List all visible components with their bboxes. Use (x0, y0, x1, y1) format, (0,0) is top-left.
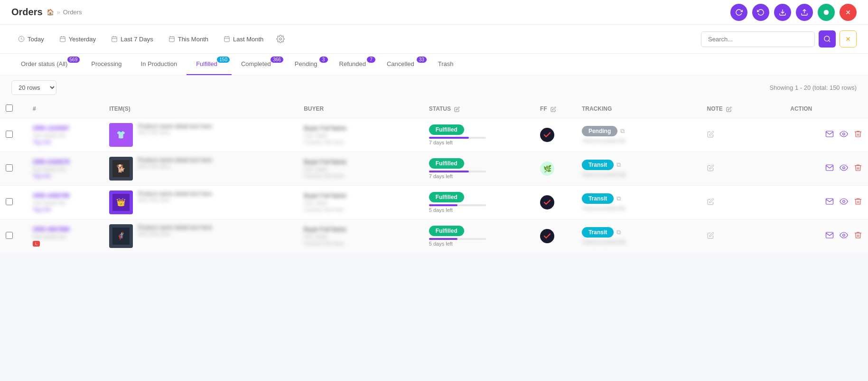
row4-delete-icon[interactable] (854, 231, 862, 241)
row3-item-details: Product name detail text here SKU info h… (138, 190, 212, 203)
row3-order-meta: Sub detail info (33, 200, 98, 206)
filter-thismonth-button[interactable]: This Month (162, 32, 215, 47)
row3-item-sku: SKU info here (138, 197, 212, 203)
upload-button[interactable] (796, 4, 813, 21)
search-input[interactable] (701, 31, 815, 47)
row4-product-image: 🦸 (109, 224, 133, 248)
row2-mail-icon[interactable] (825, 163, 834, 174)
row1-product-image: 👕 (109, 123, 133, 147)
row1-actions (790, 130, 862, 140)
clock-icon (18, 36, 25, 42)
row2-note-cell (701, 152, 785, 186)
active-button[interactable] (818, 4, 835, 21)
row4-note-edit-icon[interactable] (707, 233, 714, 240)
row1-checkbox[interactable] (6, 131, 13, 138)
sync-up-button[interactable] (730, 4, 747, 21)
tab-refunded[interactable]: Refunded 7 (330, 54, 377, 75)
select-all-checkbox[interactable] (6, 105, 13, 112)
search-button[interactable] (819, 30, 836, 48)
row3-copy-icon[interactable]: ⧉ (616, 195, 621, 202)
row1-delete-icon[interactable] (854, 130, 862, 140)
row3-tracking-badge: Transit (582, 193, 614, 204)
tab-all-label: Order status (All) (21, 60, 67, 67)
row2-buyer-address: City, State (304, 166, 418, 172)
download-button[interactable] (774, 4, 791, 21)
row1-buyer-cell: Buyer Full Name City, State Country info… (298, 118, 423, 152)
status-tabs: Order status (All) 569 Processing In Pro… (0, 54, 868, 76)
svg-text:🦸: 🦸 (116, 231, 126, 240)
breadcrumb-sep: » (57, 9, 60, 16)
row2-item-name: Product name detail text here (138, 157, 212, 163)
row3-actions (790, 197, 862, 208)
row1-note-edit-icon[interactable] (707, 132, 714, 139)
row1-status-badge: Fulfilled (429, 124, 464, 135)
tab-completed-label: Completed (241, 60, 271, 67)
row4-checkbox[interactable] (6, 232, 13, 239)
row2-delete-icon[interactable] (854, 163, 862, 174)
row2-item-cell: 🐕 Product name detail text here SKU info… (103, 152, 298, 186)
filter-yesterday-button[interactable]: Yesterday (53, 32, 103, 47)
row4-buyer-cell: Buyer Full Name City, State Country info… (298, 219, 423, 253)
row4-tracking-cell: Transit ⧉ TRACK123456789 (576, 219, 701, 253)
row4-progress-bar-wrap (429, 238, 486, 240)
row2-days-left: 7 days left (429, 173, 529, 179)
row4-mail-icon[interactable] (825, 231, 834, 241)
row4-order-meta: Sub detail info (33, 234, 98, 239)
tab-cancelled[interactable]: Cancelled 33 (377, 54, 429, 75)
svg-point-32 (843, 167, 845, 169)
row3-view-icon[interactable] (840, 197, 848, 208)
filter-lastmonth-button[interactable]: Last Month (217, 32, 270, 47)
sync-down-button[interactable] (752, 4, 769, 21)
row4-note-cell (701, 219, 785, 253)
breadcrumb: 🏠 » Orders (47, 9, 82, 16)
row1-action-cell (784, 118, 868, 152)
row2-product-img-svg: 🐕 (112, 160, 130, 177)
tab-cancelled-badge: 33 (417, 57, 427, 63)
row3-buyer-cell: Buyer Full Name City, State Country info… (298, 186, 423, 219)
row4-view-icon[interactable] (840, 231, 848, 241)
row1-copy-icon[interactable]: ⧉ (620, 127, 625, 135)
row1-view-icon[interactable] (840, 130, 848, 140)
row4-copy-icon[interactable]: ⧉ (616, 229, 621, 236)
table-toolbar: 20 rows 50 rows 100 rows Showing 1 - 20 … (0, 76, 868, 100)
row3-delete-icon[interactable] (854, 197, 862, 208)
tab-completed[interactable]: Completed 366 (232, 54, 285, 75)
row2-tracking-wrap: Transit ⧉ (582, 160, 696, 170)
tab-processing[interactable]: Processing (82, 54, 131, 75)
row1-product-img-svg: 👕 (112, 126, 130, 143)
row2-progress-bar-wrap (429, 171, 486, 172)
row1-item-name: Product name detail text here (138, 123, 212, 130)
tab-inproduction-label: In Production (141, 60, 177, 67)
page-title: Orders (11, 7, 43, 18)
row2-product-image: 🐕 (109, 157, 133, 181)
row1-tracking-wrap: Pending ⧉ (582, 126, 696, 136)
tab-trash[interactable]: Trash (429, 54, 463, 75)
row1-ff-cell (534, 118, 576, 152)
filter-last7days-button[interactable]: Last 7 Days (104, 32, 160, 47)
filter-today-button[interactable]: Today (11, 32, 51, 47)
rows-per-page-select[interactable]: 20 rows 50 rows 100 rows (11, 80, 56, 95)
stop-button[interactable] (840, 4, 857, 21)
row2-checkbox[interactable] (6, 164, 13, 171)
row2-view-icon[interactable] (840, 163, 848, 174)
row1-mail-icon[interactable] (825, 130, 834, 140)
row2-checkbox-cell (0, 152, 27, 186)
row3-note-edit-icon[interactable] (707, 199, 714, 207)
row3-progress-bar-fill (429, 204, 457, 206)
row4-tracking-number: TRACK123456789 (582, 239, 696, 245)
tab-all[interactable]: Order status (All) 569 (11, 54, 82, 75)
calendar-icon-1 (59, 36, 66, 42)
row3-mail-icon[interactable] (825, 197, 834, 208)
row1-tracking-cell: Pending ⧉ TRACK123456789 (576, 118, 701, 152)
tab-pending[interactable]: Pending 3 (285, 54, 330, 75)
tab-inproduction[interactable]: In Production (131, 54, 187, 75)
row2-copy-icon[interactable]: ⧉ (616, 161, 621, 169)
th-tracking: TRACKING (576, 100, 701, 118)
settings-button[interactable] (272, 30, 289, 48)
tab-fulfilled[interactable]: Fulfilled 150 (187, 54, 232, 75)
row2-note-edit-icon[interactable] (707, 165, 714, 173)
search-close-button[interactable] (840, 30, 857, 48)
orders-table: # ITEM(S) BUYER STATUS FF TRACKING NOTE … (0, 100, 868, 253)
row3-checkbox[interactable] (6, 198, 13, 205)
row4-item-sku: SKU info here (138, 231, 212, 237)
